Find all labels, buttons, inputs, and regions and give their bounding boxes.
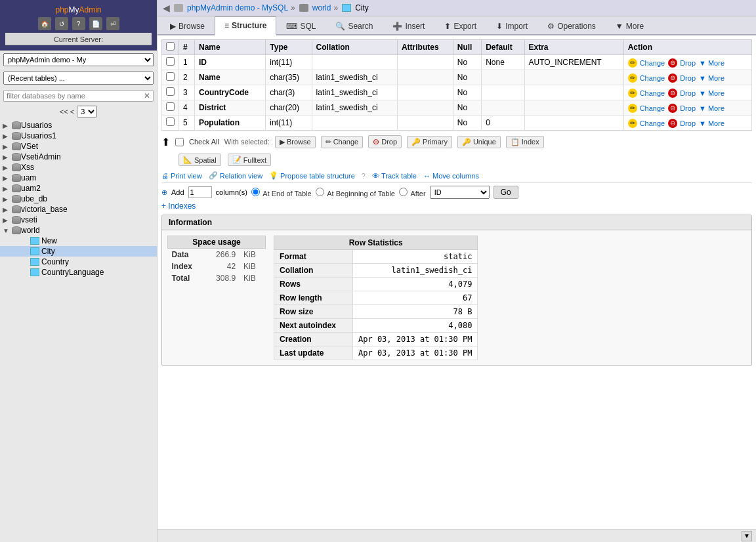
more-dropdown-CountryCode[interactable]: ▼ More [699,89,724,97]
db-item-world-countrylanguage[interactable]: CountryLanguage [0,267,157,278]
more-dropdown-Population[interactable]: ▼ More [699,119,724,127]
relation-view-link[interactable]: 🔗 Relation view [209,171,262,180]
drop-icon-Population: ⊖ [668,119,677,128]
tab-structure[interactable]: ≡ Structure [215,16,276,35]
db-icon [12,216,21,224]
logout-icon[interactable]: ⏎ [106,17,119,30]
with-selected-browse[interactable]: ▶ Browse [275,136,316,148]
operations-icon: ⚙ [547,22,555,31]
clear-filter-button[interactable]: ✕ [141,91,153,100]
tab-label: Search [348,22,373,31]
drop-link-CountryCode[interactable]: Drop [680,89,696,97]
more-dropdown-ID[interactable]: ▼ More [699,59,724,67]
with-selected-index[interactable]: 📋 Index [506,136,544,148]
pagination-select[interactable]: 3 [77,106,97,117]
after-column-select[interactable]: ID Name CountryCode District Population [430,186,490,199]
db-item-victoria[interactable]: ▶ victoria_base [0,204,157,215]
recent-tables-select[interactable]: (Recent tables) ... [3,72,154,85]
drop-link-Name[interactable]: Drop [680,74,696,82]
db-item-usuarios[interactable]: ▶ Usuarios [0,120,157,131]
fulltext-button[interactable]: 📝 Fulltext [228,154,271,166]
change-link-District[interactable]: Change [640,104,665,112]
toggle-icon: ▶ [3,133,12,140]
filter-input[interactable] [4,91,141,101]
with-selected-unique[interactable]: 🔑 Unique [457,136,501,148]
go-button[interactable]: Go [494,186,518,199]
drop-link-ID[interactable]: Drop [680,59,696,67]
tab-sql[interactable]: ⌨ SQL [276,16,326,35]
row-checkbox-District[interactable] [166,102,175,111]
col-type: char(3) [266,85,312,100]
tab-export[interactable]: ⬆ Export [434,16,486,35]
row-checkbox-Population[interactable] [166,117,175,126]
server-select[interactable]: phpMyAdmin demo - My [3,53,154,66]
tab-search[interactable]: 🔍 Search [326,16,383,35]
refresh-icon[interactable]: ↺ [55,17,68,30]
more-dropdown-Name[interactable]: ▼ More [699,74,724,82]
pencil-icon-small: ✏ [326,138,331,146]
tab-insert[interactable]: ➕ Insert [383,16,434,35]
table-actions-row1: ⬆ Check All With selected: ▶ Browse ✏ Ch… [161,131,752,152]
db-item-vset[interactable]: ▶ VSet [0,141,157,152]
db-item-xss[interactable]: ▶ Xss [0,162,157,173]
change-link-Population[interactable]: Change [640,119,665,127]
breadcrumb-app[interactable]: phpMyAdmin demo - MySQL [187,3,288,12]
help-icon[interactable]: ? [72,17,85,30]
move-columns-link[interactable]: ↔ Move columns [423,172,479,180]
space-usage-table: Space usage Data266.9KiBIndex42KiBTotal3… [167,236,266,284]
docs-icon[interactable]: 📄 [89,17,102,30]
with-selected-primary[interactable]: 🔑 Primary [407,136,452,148]
db-item-world-city[interactable]: City [0,246,157,257]
db-item-usuarios1[interactable]: ▶ Usuarios1 [0,131,157,141]
select-all-checkbox[interactable] [166,42,175,51]
col-action: ✏ Change ⊖ Drop ▼ More [623,55,751,70]
db-item-vsetiadmin[interactable]: ▶ VsetiAdmin [0,152,157,162]
tab-browse[interactable]: ▶ Browse [160,16,215,35]
end-of-table-radio[interactable] [251,188,260,196]
beginning-of-table-radio[interactable] [316,188,324,196]
col-collation: latin1_swedish_ci [312,100,397,115]
pagination-prev[interactable]: << < [60,108,74,115]
change-link-ID[interactable]: Change [640,59,665,67]
with-selected-change[interactable]: ✏ Change [321,136,364,148]
after-radio[interactable] [399,188,408,196]
db-item-uam[interactable]: ▶ uam [0,173,157,183]
change-link-CountryCode[interactable]: Change [640,89,665,97]
db-item-world-new[interactable]: New [0,236,157,246]
db-item-world-country[interactable]: Country [0,257,157,267]
propose-structure-link[interactable]: 💡 Propose table structure [269,171,355,180]
db-item-ube[interactable]: ▶ ube_db [0,194,157,204]
structure-icon: ≡ [224,21,229,30]
drop-icon-CountryCode: ⊖ [668,89,677,98]
print-view-link[interactable]: 🖨 Print view [161,172,202,180]
spatial-button[interactable]: 📐 Spatial [178,154,221,166]
change-label: Change [333,138,359,146]
row-checkbox-Name[interactable] [166,72,175,81]
breadcrumb-db[interactable]: world [312,3,331,12]
change-link-Name[interactable]: Change [640,74,665,82]
col-null: No [453,70,481,85]
check-all-checkbox[interactable] [175,138,184,146]
question-icon: ? [362,172,366,180]
add-count-input[interactable] [188,186,212,198]
drop-link-District[interactable]: Drop [680,104,696,112]
more-dropdown-District[interactable]: ▼ More [699,104,724,112]
logo-my: My [69,5,79,14]
with-selected-drop[interactable]: ⊖ Drop [368,135,402,148]
tab-import[interactable]: ⬇ Import [486,16,537,35]
row-checkbox-ID[interactable] [166,57,175,66]
db-item-uam2[interactable]: ▶ uam2 [0,183,157,194]
drop-link-Population[interactable]: Drop [680,119,696,127]
db-item-vseti[interactable]: ▶ vseti [0,215,157,225]
row-checkbox-CountryCode[interactable] [166,87,175,96]
collapse-button[interactable]: ▼ [742,531,752,541]
indexes-link[interactable]: + Indexes [161,200,196,212]
check-all-button[interactable]: Check All [189,138,219,146]
row-stat-row: Next autoindex4,080 [274,319,478,333]
home-icon[interactable]: 🏠 [38,17,51,30]
track-table-link[interactable]: 👁 Track table [372,172,417,180]
db-item-world[interactable]: ▼ world [0,225,157,236]
tab-operations[interactable]: ⚙ Operations [537,16,606,35]
tab-more[interactable]: ▼ More [606,16,654,35]
back-arrow-icon[interactable]: ◀ [163,3,170,13]
